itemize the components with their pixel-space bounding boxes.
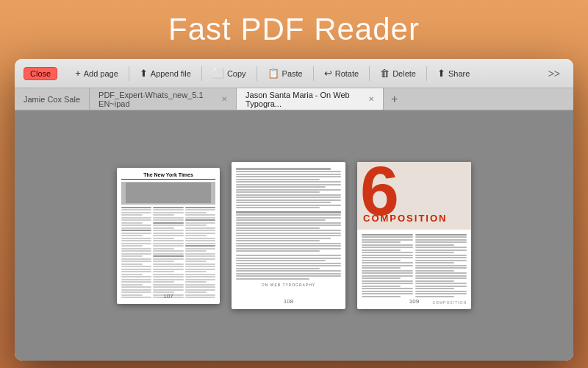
share-button[interactable]: ⬆ Share (431, 66, 476, 81)
page-108-number: 108 (232, 298, 345, 305)
add-page-icon: + (75, 68, 81, 79)
add-page-label: Add page (84, 69, 118, 78)
add-page-button[interactable]: + Add page (69, 66, 124, 81)
tab-add-button[interactable]: + (384, 88, 405, 110)
app-title-area: Fast PDF Reader (0, 0, 588, 59)
page108-section-label: on web typography (236, 283, 341, 288)
page-109[interactable]: 6 COMPOSITION (357, 162, 471, 309)
delete-label: Delete (392, 69, 416, 78)
tab-bar: Jamie Cox Sale PDF_Expert-Whats_new_5.1 … (15, 88, 573, 110)
toolbar-separator-6 (426, 66, 427, 81)
delete-button[interactable]: 🗑 Delete (374, 66, 422, 81)
toolbar-separator-2 (201, 66, 202, 81)
close-button[interactable]: Close (24, 67, 57, 80)
more-button[interactable]: >> (544, 66, 564, 81)
tab-jason-santa-maria[interactable]: Jason Santa Maria - On Web Typogra... ✕ (237, 88, 384, 110)
newspaper-header: The New York Times (121, 172, 215, 180)
paste-button[interactable]: 📋 Paste (262, 66, 309, 81)
copy-icon: ⬜ (212, 68, 224, 79)
delete-icon: 🗑 (380, 68, 390, 79)
rotate-icon: ↩ (324, 68, 332, 79)
tab-label-2: PDF_Expert-Whats_new_5.1 EN~ipad (98, 91, 214, 108)
toolbar-separator-1 (129, 66, 129, 81)
rotate-label: Rotate (335, 69, 359, 78)
toolbar: Close + Add page ⬆ Append file ⬜ Copy 📋 … (15, 59, 573, 88)
page-108[interactable]: on web typography 108 (232, 162, 345, 309)
tab-close-3[interactable]: ✕ (368, 95, 374, 103)
app-title: Fast PDF Reader (168, 12, 420, 47)
page-109-number: 109 (357, 298, 471, 305)
main-window: Close + Add page ⬆ Append file ⬜ Copy 📋 … (15, 59, 573, 361)
page-107[interactable]: The New York Times (117, 168, 220, 304)
page-107-number: 107 (117, 293, 220, 300)
composition-body: COMPOSITION (357, 230, 471, 310)
tab-jamie-cox[interactable]: Jamie Cox Sale (15, 88, 90, 110)
paste-label: Paste (282, 69, 303, 78)
copy-button[interactable]: ⬜ Copy (207, 66, 252, 81)
copy-label: Copy (227, 69, 246, 78)
page108-content: on web typography (236, 168, 341, 288)
paste-icon: 📋 (268, 68, 279, 79)
share-icon: ⬆ (437, 68, 445, 79)
append-file-icon: ⬆ (140, 68, 148, 79)
newspaper-image (121, 182, 215, 205)
tab-label-3: Jason Santa Maria - On Web Typogra... (245, 91, 361, 108)
rotate-button[interactable]: ↩ Rotate (318, 66, 365, 81)
tab-pdf-expert[interactable]: PDF_Expert-Whats_new_5.1 EN~ipad ✕ (90, 88, 237, 110)
toolbar-separator-5 (369, 66, 370, 81)
append-file-label: Append file (151, 69, 191, 78)
composition-header: 6 COMPOSITION (357, 162, 471, 230)
composition-title: COMPOSITION (363, 213, 465, 224)
content-area: The New York Times (15, 110, 573, 361)
tab-label-1: Jamie Cox Sale (24, 95, 80, 104)
toolbar-separator-3 (257, 66, 257, 81)
share-label: Share (448, 69, 470, 78)
tab-close-2[interactable]: ✕ (221, 95, 227, 103)
newspaper-columns (121, 207, 215, 300)
append-file-button[interactable]: ⬆ Append file (134, 66, 197, 81)
toolbar-separator-4 (313, 66, 314, 81)
